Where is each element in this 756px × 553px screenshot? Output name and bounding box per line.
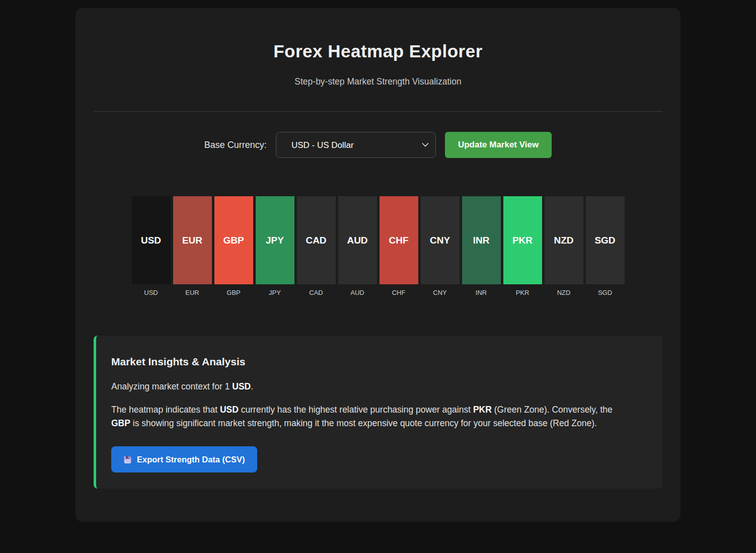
base-currency-select[interactable]: USD - US Dollar [276,132,436,158]
heatmap-caption-usd: USD [144,289,158,296]
app-card: Forex Heatmap Explorer Step-by-step Mark… [75,8,681,522]
page-subtitle: Step-by-step Market Strength Visualizati… [94,76,662,87]
insights-heading: Market Insights & Analysis [111,356,645,368]
heatmap-tile-cny[interactable]: CNY [421,196,460,284]
heatmap-caption-cad: CAD [309,289,323,296]
heatmap-caption-nzd: NZD [557,289,571,296]
heatmap-caption-pkr: PKR [516,289,530,296]
heatmap-tile-sgd[interactable]: SGD [586,196,625,284]
insights-intro-text: Analyzing market context for 1 USD. [111,381,645,392]
heatmap-column-nzd: NZDNZD [545,196,583,296]
heatmap-tile-gbp[interactable]: GBP [214,196,253,284]
heatmap-tile-chf[interactable]: CHF [380,196,418,284]
controls-row: Base Currency: USD - US Dollar Update Ma… [94,132,662,158]
export-csv-label: Export Strength Data (CSV) [137,455,245,464]
heatmap-tile-inr[interactable]: INR [462,196,501,284]
heatmap-caption-jpy: JPY [269,289,281,296]
floppy-disk-icon [123,455,132,464]
heatmap-column-inr: INRINR [462,196,501,296]
base-currency-select-wrap: USD - US Dollar [276,132,436,158]
heatmap-caption-chf: CHF [392,289,406,296]
heatmap-column-gbp: GBPGBP [214,196,253,296]
divider [94,111,662,112]
insights-analysis-text: The heatmap indicates that USD currently… [111,403,620,430]
heatmap-caption-aud: AUD [350,289,364,296]
heatmap-column-chf: CHFCHF [380,196,418,296]
heatmap-caption-eur: EUR [185,289,199,296]
heatmap-column-usd: USDUSD [132,196,171,296]
heatmap-tile-aud[interactable]: AUD [338,196,377,284]
heatmap: USDUSDEUREURGBPGBPJPYJPYCADCADAUDAUDCHFC… [94,196,662,296]
heatmap-caption-gbp: GBP [226,289,240,296]
insights-panel: Market Insights & Analysis Analyzing mar… [94,336,662,489]
base-currency-label: Base Currency: [204,140,267,150]
page-title: Forex Heatmap Explorer [94,8,662,61]
heatmap-tile-cad[interactable]: CAD [297,196,336,284]
heatmap-caption-inr: INR [476,289,487,296]
heatmap-tile-nzd[interactable]: NZD [545,196,583,284]
update-market-view-button[interactable]: Update Market View [445,132,552,158]
heatmap-column-eur: EUREUR [173,196,212,296]
heatmap-tile-pkr[interactable]: PKR [503,196,542,284]
heatmap-column-cad: CADCAD [297,196,336,296]
heatmap-column-aud: AUDAUD [338,196,377,296]
heatmap-tile-jpy[interactable]: JPY [256,196,294,284]
heatmap-caption-sgd: SGD [598,289,612,296]
heatmap-column-jpy: JPYJPY [256,196,294,296]
heatmap-column-sgd: SGDSGD [586,196,625,296]
export-csv-button[interactable]: Export Strength Data (CSV) [111,446,257,472]
heatmap-tile-usd[interactable]: USD [132,196,171,284]
heatmap-column-pkr: PKRPKR [503,196,542,296]
heatmap-column-cny: CNYCNY [421,196,460,296]
heatmap-caption-cny: CNY [433,289,446,296]
heatmap-tile-eur[interactable]: EUR [173,196,212,284]
